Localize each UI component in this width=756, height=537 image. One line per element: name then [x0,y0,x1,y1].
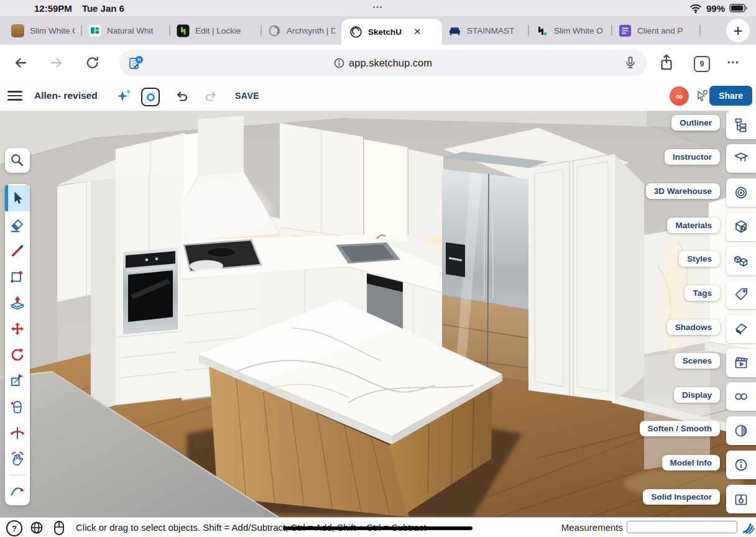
panel-button-soften-smooth[interactable] [726,416,756,445]
forward-button[interactable] [48,55,65,71]
multitask-dots-icon: ••• [0,4,756,11]
share-icon[interactable] [658,53,675,72]
tab-switcher-button[interactable]: 9 [694,56,710,72]
panel-label-shadows: Shadows [667,319,720,335]
save-button[interactable]: SAVE [235,81,259,111]
pencil-tool-button[interactable] [5,237,30,264]
battery-percent: 99% [706,3,725,14]
arc-tool-button[interactable] [5,478,30,504]
orbit-tool-button[interactable] [5,420,30,446]
site-info-icon[interactable] [334,58,344,68]
panel-button-outliner[interactable] [726,111,756,139]
move-tool-button[interactable] [5,316,30,342]
reload-button[interactable] [85,55,101,71]
panel-label-tags: Tags [685,285,720,301]
panel-button-materials[interactable] [726,213,756,241]
push-pull-tool-button[interactable] [5,290,30,316]
model-info-icon [733,457,749,473]
tab-sketchup-active[interactable]: SketchU ✕ [341,19,442,45]
shadows-icon [733,321,749,337]
battery-icon [729,4,747,12]
shapes-tool-button[interactable] [5,264,30,290]
tab-natural-white[interactable]: Natural Whit [82,16,169,45]
tiles-icon [88,24,101,37]
home-indicator[interactable] [283,526,472,530]
tool-palette [5,184,30,505]
instructor-icon [733,150,749,167]
tab-edit-lockie[interactable]: Edit | Lockie [170,16,260,45]
panel-button-model-info[interactable] [726,451,756,479]
rotate-tool-button[interactable] [5,342,30,368]
orbit-icon [9,425,25,441]
pantry-cabinets [528,154,644,402]
new-tab-button[interactable]: + [726,19,750,42]
model-viewport[interactable]: Outliner Instructor 3D Warehouse Materia… [0,111,756,517]
pan-tool-button[interactable] [5,446,30,472]
move-icon [9,321,25,337]
measurements-input[interactable] [627,521,737,533]
tags-icon [733,287,749,303]
collaborator-cursor-icon [694,89,709,104]
ipad-screen: 12:59PM Tue Jan 6 ••• 99% Slim White O N… [0,0,756,537]
avatar[interactable]: ∞ [670,86,689,106]
tab-slim-white-1[interactable]: Slim White O [5,16,81,45]
panel-button-scenes[interactable] [726,349,756,377]
kitchen-3d-render[interactable] [0,111,756,517]
tab-client[interactable]: Client and P [612,16,699,45]
panel-label-3d-warehouse: 3D Warehouse [646,183,720,199]
share-button[interactable]: Share [709,86,752,106]
paint-bucket-tool-button[interactable] [5,394,30,420]
address-bar[interactable]: app.sketchup.com [119,50,647,76]
tape-measure-icon [9,373,25,389]
browser-menu-icon[interactable]: ••• [727,53,740,72]
panel-label-scenes: Scenes [675,353,720,369]
houzz-pro-icon [535,24,548,37]
zoom-tool-button[interactable] [5,148,30,173]
sofa-icon [448,24,461,37]
panel-button-instructor[interactable] [726,144,756,173]
panel-button-3d-warehouse[interactable] [726,178,756,207]
panel-button-shadows[interactable] [726,314,756,343]
voice-search-icon[interactable] [623,55,638,70]
globe-icon[interactable] [29,520,45,535]
redo-icon[interactable] [203,89,219,104]
panel-button-display[interactable] [726,382,756,411]
menu-icon[interactable] [7,91,22,101]
panel-label-model-info: Model Info [662,455,721,470]
url-text[interactable]: app.sketchup.com [349,57,432,69]
panel-button-solid-inspector[interactable] [726,485,756,513]
tab-slim-white-2[interactable]: Slim White O [529,16,611,45]
help-button[interactable]: ? [6,520,22,536]
notes-icon [619,24,632,37]
device-status-bar: 12:59PM Tue Jan 6 ••• 99% [0,0,756,16]
book-icon [11,24,24,37]
browser-address-row: app.sketchup.com 9 ••• [0,45,756,81]
panel-label-display: Display [674,387,720,403]
sketchup-toolbar: Allen- revised SAVE ∞ Share [0,81,756,111]
close-tab-icon[interactable]: ✕ [413,26,422,37]
warehouse-icon [733,185,749,201]
wifi-icon [689,4,702,13]
browser-tab-bar: Slim White O Natural Whit Edit | Lockie … [0,16,756,45]
tab-stainmaster[interactable]: STAINMAST [442,16,528,45]
record-scan-icon[interactable] [141,88,160,106]
panel-button-tags[interactable] [726,280,756,309]
materials-icon [733,219,749,235]
tape-measure-tool-button[interactable] [5,368,30,394]
model-title[interactable]: Allen- revised [34,81,98,111]
arc-icon [9,483,25,499]
pencil-icon [9,242,25,259]
tab-archsynth[interactable]: Archsynth | D [262,16,341,45]
undo-icon[interactable] [174,89,190,104]
back-button[interactable] [12,55,29,71]
zoom-icon [9,152,25,168]
paint-bucket-icon [9,399,25,415]
eraser-tool-button[interactable] [5,211,30,237]
panel-label-instructor: Instructor [665,149,720,165]
tool-divider [9,475,25,475]
ai-sparkles-icon[interactable] [116,88,133,104]
select-tool-button[interactable] [5,185,30,211]
panel-button-styles[interactable] [726,247,756,275]
pan-icon [9,451,25,467]
tab-separator [699,25,701,36]
